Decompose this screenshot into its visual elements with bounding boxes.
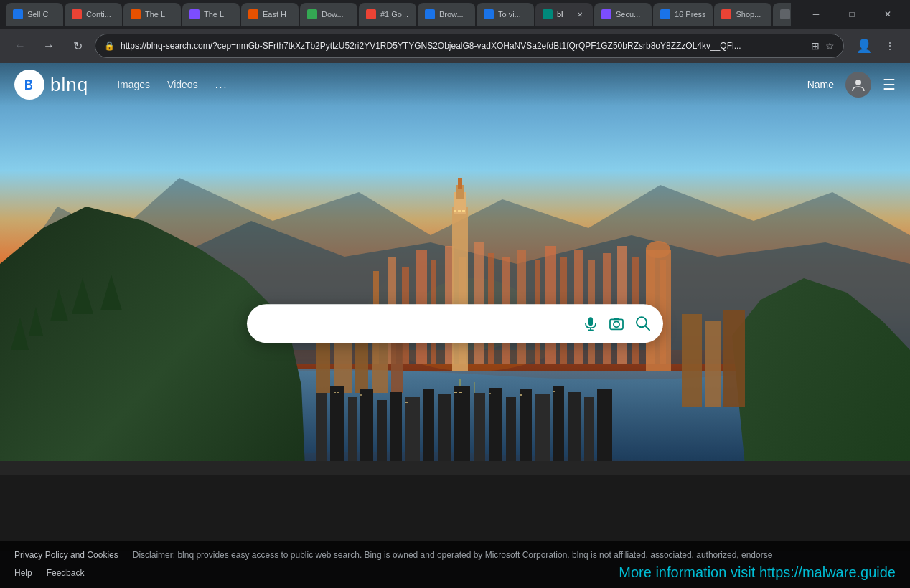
- page-content: blnq Images Videos ... Name ☰: [0, 63, 910, 588]
- tab-label-2: Conti...: [86, 10, 115, 19]
- svg-rect-42: [705, 321, 721, 407]
- avatar-icon: [850, 77, 866, 93]
- svg-rect-47: [330, 386, 344, 461]
- star-icon[interactable]: ☆: [825, 40, 835, 52]
- hamburger-menu[interactable]: ☰: [883, 76, 896, 93]
- url-input[interactable]: [121, 41, 805, 51]
- svg-rect-65: [334, 392, 336, 393]
- grid-icon: ⊞: [811, 40, 820, 52]
- maximize-button[interactable]: □: [835, 3, 868, 26]
- search-button[interactable]: [634, 315, 652, 332]
- mic-icon: [583, 316, 599, 331]
- tab-east[interactable]: East H: [241, 3, 299, 26]
- svg-rect-41: [682, 314, 702, 407]
- search-box: [247, 304, 663, 343]
- address-bar[interactable]: 🔒 ⊞ ☆: [95, 34, 844, 58]
- svg-rect-45: [0, 461, 910, 475]
- extensions-button[interactable]: ⋮: [878, 34, 901, 57]
- svg-rect-59: [520, 389, 532, 461]
- forward-button[interactable]: →: [37, 34, 60, 57]
- svg-rect-57: [489, 388, 502, 461]
- nav-more[interactable]: ...: [215, 79, 228, 90]
- svg-rect-67: [360, 394, 362, 396]
- svg-rect-51: [390, 392, 402, 461]
- back-button[interactable]: ←: [9, 34, 32, 57]
- logo-svg: [19, 75, 39, 95]
- tab-to-vi[interactable]: To vi...: [477, 3, 534, 26]
- svg-rect-44: [0, 461, 910, 551]
- svg-rect-81: [614, 318, 619, 320]
- profile-button[interactable]: 👤: [853, 34, 876, 57]
- lock-icon: 🔒: [104, 41, 115, 51]
- svg-rect-70: [459, 392, 462, 393]
- svg-rect-30: [458, 178, 462, 189]
- feedback-link[interactable]: Feedback: [47, 568, 85, 578]
- help-link[interactable]: Help: [14, 568, 32, 578]
- svg-rect-33: [462, 210, 465, 212]
- tab-dow[interactable]: Dow...: [300, 3, 357, 26]
- svg-rect-43: [723, 310, 745, 407]
- tab-klsde[interactable]: klsde...: [773, 3, 791, 26]
- svg-point-75: [855, 80, 861, 85]
- tab-favicon-11: [601, 9, 611, 19]
- nav-videos[interactable]: Videos: [167, 79, 198, 90]
- search-input[interactable]: [258, 317, 574, 330]
- tab-label-4: The L: [204, 10, 233, 19]
- svg-rect-66: [337, 392, 339, 393]
- tab-label-11: Secu...: [616, 10, 644, 19]
- privacy-policy-link[interactable]: Privacy Policy and Cookies: [14, 550, 118, 560]
- logo-icon: [14, 70, 44, 100]
- tab-favicon-9: [484, 9, 494, 19]
- nav-images[interactable]: Images: [117, 79, 150, 90]
- svg-rect-49: [360, 389, 373, 461]
- camera-icon: [609, 316, 624, 331]
- search-icon: [634, 315, 652, 332]
- tab-secu[interactable]: Secu...: [594, 3, 652, 26]
- title-bar: Sell C Conti... The L The L East H: [0, 0, 910, 29]
- tab-blnq-active[interactable]: bl ✕: [535, 3, 593, 26]
- logo-area: blnq: [14, 70, 88, 100]
- close-button[interactable]: ✕: [871, 3, 904, 26]
- tab-the-l2[interactable]: The L: [182, 3, 240, 26]
- svg-point-35: [646, 241, 670, 258]
- svg-rect-58: [506, 397, 516, 461]
- svg-rect-29: [456, 185, 464, 199]
- nav-actions: 👤 ⋮: [853, 34, 901, 57]
- footer-bottom: Help Feedback More information visit htt…: [0, 563, 910, 582]
- tab-sell[interactable]: Sell C: [6, 3, 63, 26]
- user-avatar[interactable]: [845, 72, 871, 98]
- refresh-button[interactable]: ↻: [66, 34, 89, 57]
- tab-label-12: 16 Press: [675, 10, 705, 19]
- svg-rect-48: [348, 397, 357, 461]
- svg-rect-32: [458, 210, 461, 212]
- svg-rect-31: [454, 210, 456, 212]
- tab-go[interactable]: #1 Go...: [359, 3, 416, 26]
- svg-line-83: [646, 326, 650, 331]
- svg-rect-3: [129, 371, 775, 465]
- svg-rect-13: [474, 242, 484, 364]
- tab-press[interactable]: 16 Press: [653, 3, 713, 26]
- tabs-area: Sell C Conti... The L The L East H: [6, 3, 791, 26]
- header-right: Name ☰: [807, 72, 896, 98]
- tab-the-l1[interactable]: The L: [123, 3, 181, 26]
- svg-rect-53: [423, 389, 434, 461]
- tab-label-6: Dow...: [322, 10, 350, 19]
- tab-favicon-2: [72, 9, 82, 19]
- svg-rect-62: [568, 392, 581, 461]
- tab-label-7: #1 Go...: [380, 10, 409, 19]
- site-header: blnq Images Videos ... Name ☰: [0, 63, 910, 106]
- tab-conti[interactable]: Conti...: [65, 3, 122, 26]
- tab-label-8: Brow...: [439, 10, 468, 19]
- microphone-button[interactable]: [583, 316, 599, 331]
- tab-close-active[interactable]: ✕: [574, 9, 586, 20]
- svg-rect-5: [474, 382, 475, 457]
- svg-rect-63: [584, 397, 594, 461]
- visual-search-button[interactable]: [609, 316, 624, 331]
- svg-rect-55: [454, 386, 470, 461]
- tab-label-1: Sell C: [27, 10, 56, 19]
- tab-brow[interactable]: Brow...: [418, 3, 475, 26]
- tab-shop[interactable]: Shop...: [714, 3, 771, 26]
- tab-favicon-5: [248, 9, 258, 19]
- tab-favicon-8: [425, 9, 435, 19]
- minimize-button[interactable]: ─: [799, 3, 832, 26]
